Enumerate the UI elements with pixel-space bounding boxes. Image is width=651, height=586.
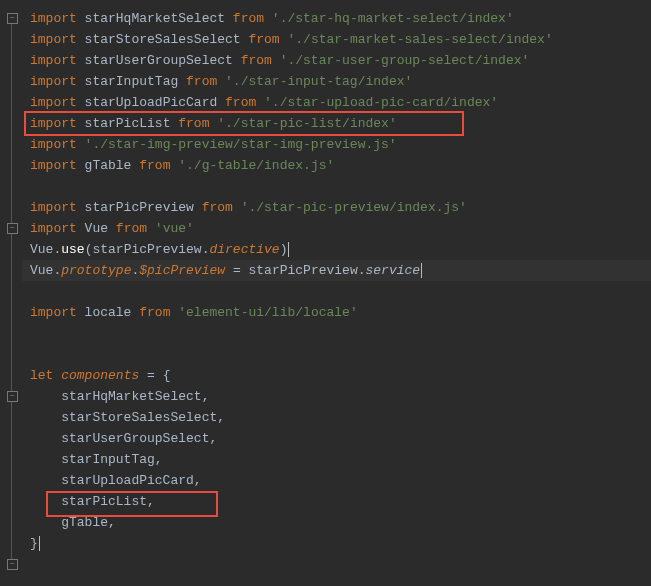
code-line[interactable]: starPicList, — [22, 491, 651, 512]
code-line-active[interactable]: Vue.prototype.$picPreview = starPicPrevi… — [22, 260, 651, 281]
code-line[interactable]: import './star-img-preview/star-img-prev… — [22, 134, 651, 155]
caret-icon — [288, 242, 289, 257]
code-line[interactable]: import gTable from './g-table/index.js' — [22, 155, 651, 176]
code-line[interactable]: import starPicPreview from './star-pic-p… — [22, 197, 651, 218]
code-line[interactable]: starHqMarketSelect, — [22, 386, 651, 407]
code-line[interactable]: starStoreSalesSelect, — [22, 407, 651, 428]
code-line[interactable]: } — [22, 533, 651, 554]
caret-icon — [421, 263, 422, 278]
caret-icon — [39, 536, 40, 551]
code-line[interactable]: import starInputTag from './star-input-t… — [22, 71, 651, 92]
gutter: − − − − — [0, 8, 20, 583]
code-line[interactable]: starUserGroupSelect, — [22, 428, 651, 449]
code-line[interactable]: let components = { — [22, 365, 651, 386]
fold-marker-icon[interactable]: − — [7, 13, 18, 24]
code-line[interactable]: import starUserGroupSelect from './star-… — [22, 50, 651, 71]
code-line[interactable] — [22, 281, 651, 302]
code-line[interactable]: import starStoreSalesSelect from './star… — [22, 29, 651, 50]
code-line[interactable]: import Vue from 'vue' — [22, 218, 651, 239]
code-line[interactable]: gTable, — [22, 512, 651, 533]
code-line[interactable]: import starUploadPicCard from './star-up… — [22, 92, 651, 113]
code-line[interactable]: import starPicList from './star-pic-list… — [22, 113, 651, 134]
code-line[interactable] — [22, 176, 651, 197]
code-editor[interactable]: − − − − import starHqMarketSelect from '… — [0, 0, 651, 575]
code-line[interactable] — [22, 323, 651, 344]
code-line[interactable]: import locale from 'element-ui/lib/local… — [22, 302, 651, 323]
fold-marker-icon[interactable]: − — [7, 559, 18, 570]
code-line[interactable] — [22, 344, 651, 365]
code-line[interactable]: starInputTag, — [22, 449, 651, 470]
fold-marker-icon[interactable]: − — [7, 391, 18, 402]
code-line[interactable]: Vue.use(starPicPreview.directive) — [22, 239, 651, 260]
code-line[interactable] — [22, 554, 651, 575]
code-line[interactable]: starUploadPicCard, — [22, 470, 651, 491]
code-line[interactable]: import starHqMarketSelect from './star-h… — [22, 8, 651, 29]
fold-marker-icon[interactable]: − — [7, 223, 18, 234]
